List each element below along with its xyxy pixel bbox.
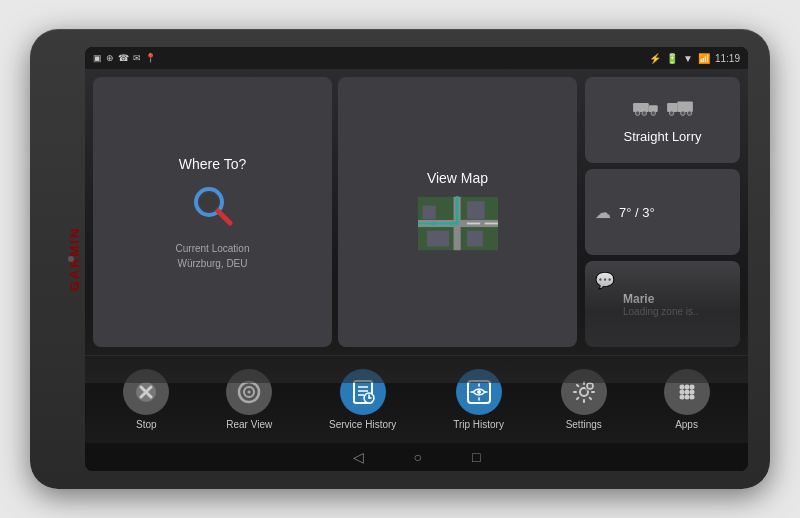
svg-point-48 xyxy=(679,395,684,400)
svg-point-18 xyxy=(651,110,655,114)
where-to-label: Where To? xyxy=(179,156,246,172)
signal-icon: 📶 xyxy=(698,53,710,64)
svg-point-47 xyxy=(689,390,694,395)
svg-line-2 xyxy=(218,211,230,223)
message-icon: ✉ xyxy=(133,53,141,63)
clock: 11:19 xyxy=(715,53,740,64)
gps-icon: ⊕ xyxy=(106,53,114,63)
screen: ▣ ⊕ ☎ ✉ 📍 ⚡ 🔋 ▼ 📶 11:19 xyxy=(85,47,748,471)
svg-rect-8 xyxy=(466,222,479,224)
svg-point-29 xyxy=(248,391,251,394)
navigation-bar: ◁ ○ □ xyxy=(85,443,748,471)
view-map-tile[interactable]: View Map xyxy=(338,77,577,347)
svg-point-45 xyxy=(679,390,684,395)
svg-point-16 xyxy=(635,110,639,114)
search-icon xyxy=(189,182,237,239)
svg-point-23 xyxy=(687,110,691,114)
recent-apps-button[interactable]: □ xyxy=(472,449,480,465)
weather-tile[interactable]: ☁ 7° / 3° xyxy=(585,169,740,255)
lorry-tile[interactable]: Straight Lorry xyxy=(585,77,740,163)
map-preview xyxy=(418,196,498,251)
rear-view-label: Rear View xyxy=(226,419,272,430)
location-text: Würzburg, DEU xyxy=(177,258,247,269)
svg-point-21 xyxy=(669,110,673,114)
svg-rect-12 xyxy=(426,230,448,246)
where-to-tile[interactable]: Where To? Current Location Würzburg, DEU xyxy=(93,77,332,347)
view-map-label: View Map xyxy=(427,170,488,186)
device: GARMIN ▣ ⊕ ☎ ✉ 📍 ⚡ 🔋 ▼ 📶 11:19 xyxy=(30,29,770,489)
svg-rect-11 xyxy=(466,201,484,219)
apps-label: Apps xyxy=(675,419,698,430)
status-right-icons: ⚡ 🔋 ▼ 📶 11:19 xyxy=(649,53,740,64)
svg-point-44 xyxy=(689,385,694,390)
back-button[interactable]: ◁ xyxy=(353,449,364,465)
svg-rect-13 xyxy=(466,230,482,246)
current-location-label: Current Location xyxy=(176,243,250,254)
service-history-label: Service History xyxy=(329,419,396,430)
svg-rect-20 xyxy=(677,101,693,112)
svg-rect-14 xyxy=(633,103,649,112)
settings-label: Settings xyxy=(566,419,602,430)
battery-icon: 🔋 xyxy=(666,53,678,64)
notification-icon: ▣ xyxy=(93,53,102,63)
svg-point-42 xyxy=(679,385,684,390)
stop-label: Stop xyxy=(136,419,157,430)
weather-icon: ☁ xyxy=(595,203,611,222)
location-icon: 📍 xyxy=(145,53,156,63)
svg-point-38 xyxy=(477,390,481,394)
svg-point-17 xyxy=(642,110,646,114)
power-button[interactable] xyxy=(68,256,74,262)
main-area: Where To? Current Location Würzburg, DEU xyxy=(85,69,748,443)
weather-text: 7° / 3° xyxy=(619,205,655,220)
svg-point-46 xyxy=(684,390,689,395)
svg-point-49 xyxy=(684,395,689,400)
trip-history-label: Trip History xyxy=(453,419,504,430)
lorry-label: Straight Lorry xyxy=(623,129,701,144)
svg-point-43 xyxy=(684,385,689,390)
svg-point-22 xyxy=(680,110,684,114)
svg-point-50 xyxy=(689,395,694,400)
svg-point-1 xyxy=(200,193,218,211)
lorry-icons xyxy=(632,97,694,117)
bluetooth-icon: ⚡ xyxy=(649,53,661,64)
status-bar: ▣ ⊕ ☎ ✉ 📍 ⚡ 🔋 ▼ 📶 11:19 xyxy=(85,47,748,69)
home-button[interactable]: ○ xyxy=(414,449,422,465)
svg-rect-9 xyxy=(484,222,497,224)
wifi-icon: ▼ xyxy=(683,53,693,64)
svg-rect-10 xyxy=(422,205,435,218)
status-left-icons: ▣ ⊕ ☎ ✉ 📍 xyxy=(93,53,156,63)
phone-icon: ☎ xyxy=(118,53,129,63)
